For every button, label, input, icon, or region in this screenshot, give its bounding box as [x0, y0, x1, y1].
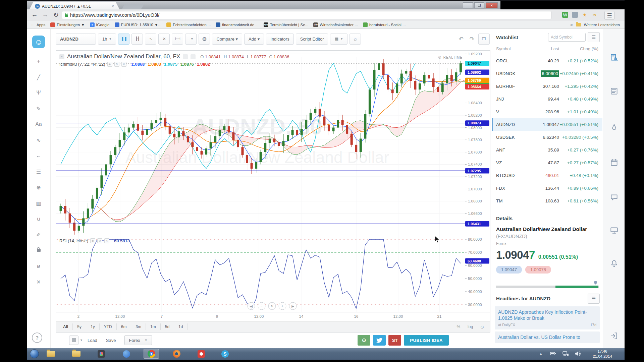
- save-button[interactable]: Save: [106, 338, 116, 343]
- watchlist-row[interactable]: JNJ99.44+0.48 (+0.49%): [492, 93, 602, 105]
- watchlist-row[interactable]: USDSEK6.62340+0.03280 (+0.5%): [492, 131, 602, 143]
- screenshare-icon[interactable]: [609, 225, 620, 236]
- bookmark-terminuebersicht[interactable]: GoTerminübersicht | Se...: [264, 22, 308, 27]
- start-button[interactable]: [30, 349, 39, 358]
- headline-link[interactable]: AUDNZD Approaches Key Inflection Point- …: [498, 309, 596, 321]
- percent-scale-button[interactable]: %: [453, 324, 464, 329]
- mail-extension-icon[interactable]: ✉: [591, 12, 597, 18]
- hide-drawings-icon[interactable]: ø: [34, 262, 43, 270]
- help-button[interactable]: ?: [32, 333, 42, 343]
- back-icon[interactable]: ←: [30, 10, 39, 19]
- load-button[interactable]: Load: [88, 338, 97, 343]
- chart-grid-button[interactable]: [69, 336, 78, 345]
- forward-icon[interactable]: →: [41, 10, 50, 19]
- bookmark-wirtschaftskalender[interactable]: invWirtschaftskalender ...: [313, 22, 358, 27]
- bookmark-apps[interactable]: ∷Apps: [30, 22, 45, 27]
- red-app-icon[interactable]: [194, 349, 209, 359]
- twitter-button[interactable]: [373, 335, 386, 346]
- watchlist-row[interactable]: BTCUSD490.01+0.48 (+0.1%): [492, 169, 602, 182]
- taskbar-clock[interactable]: 17:4621.04.2014: [584, 349, 621, 359]
- bookmark-berufstouri[interactable]: berufstouri - Social ...: [363, 22, 406, 27]
- snapshot-camera-button[interactable]: ⊙: [358, 335, 370, 346]
- line-icon[interactable]: ∿: [145, 34, 156, 45]
- bookmark-einstellungen[interactable]: Einstellungen ▼: [50, 22, 85, 27]
- explorer-icon[interactable]: [68, 349, 84, 359]
- range-1d[interactable]: 1d: [174, 323, 187, 330]
- chrome-icon[interactable]: [144, 349, 159, 359]
- zoom-in-icon[interactable]: ⊕: [34, 183, 43, 192]
- interval-button[interactable]: 1h▼: [98, 34, 116, 45]
- watchlist-row[interactable]: VZ47.87+0.27 (+0.57%): [492, 156, 602, 169]
- candles-icon[interactable]: ❚❚: [118, 34, 129, 45]
- refresh-icon[interactable]: ↻: [52, 10, 60, 19]
- session-clock-icon[interactable]: ⊙: [477, 324, 487, 329]
- redo-icon[interactable]: ↷: [468, 36, 476, 43]
- measure-icon[interactable]: ✐: [34, 230, 43, 239]
- forex-button[interactable]: Forex▼: [124, 335, 152, 345]
- fib-icon[interactable]: ☰: [34, 167, 43, 176]
- tray-expand-icon[interactable]: ▲: [539, 352, 542, 355]
- watchlist-row[interactable]: V208.96+1.01 (+0.49%): [492, 105, 602, 118]
- chevron-down-icon[interactable]: ▼: [80, 339, 83, 342]
- log-scale-button[interactable]: log: [464, 324, 476, 329]
- folder-library-icon[interactable]: [43, 349, 58, 359]
- watchlist-row[interactable]: ORCL40.29+0.21 (+0.52%): [492, 54, 602, 67]
- stocktwits-button[interactable]: ST: [388, 335, 401, 346]
- watchlist-row[interactable]: USDNOK6.00600+0.02450 (+0.41%): [492, 67, 602, 80]
- headlines-icon[interactable]: [609, 86, 620, 97]
- hl-icon[interactable]: ⊦⊣: [172, 34, 183, 45]
- watchlist-row[interactable]: ANF35.89+0.27 (+0.76%): [492, 143, 602, 156]
- firefox-icon[interactable]: [169, 349, 184, 359]
- calendar-icon[interactable]: [609, 157, 620, 168]
- publish-idea-button[interactable]: PUBLISH IDEA: [404, 335, 449, 346]
- watchlist-menu-icon[interactable]: ☰: [588, 32, 600, 42]
- extension-icon[interactable]: [572, 12, 578, 18]
- fullscreen-icon[interactable]: ❒: [478, 34, 490, 45]
- add-button[interactable]: Add ▾: [244, 34, 264, 45]
- window-close-button[interactable]: ✕: [486, 2, 498, 8]
- bookmark-eurusd[interactable]: EURUSD: 1.35910 ▼...: [115, 22, 162, 27]
- battery-icon[interactable]: [550, 351, 556, 358]
- blue-app-icon[interactable]: [119, 349, 134, 359]
- chart-style-menu-button[interactable]: ▼: [185, 34, 197, 45]
- headline-item[interactable]: Australian Dollar vs. US Dollar Prone to: [495, 331, 600, 343]
- range-5y[interactable]: 5y: [73, 323, 86, 330]
- new-tab-button[interactable]: [122, 4, 144, 9]
- magnet-icon[interactable]: ∪: [34, 215, 43, 223]
- range-5d[interactable]: 5d: [161, 323, 174, 330]
- signout-icon[interactable]: [609, 330, 620, 341]
- range-all[interactable]: All: [59, 323, 73, 330]
- symbol-button[interactable]: AUDNZD: [56, 34, 96, 45]
- more-bookmarks-label[interactable]: Weitere Lesezeichen: [584, 23, 620, 27]
- lock-icon[interactable]: [34, 246, 43, 255]
- bookmark-finanzmarktwelt[interactable]: finanzmarktwelt.de ...: [216, 22, 259, 27]
- compare-button[interactable]: Compare ▾: [212, 34, 242, 45]
- watchlist-row[interactable]: FDX136.44+0.89 (+0.66%): [492, 182, 602, 194]
- price-chart[interactable]: AUDNZD, 60Australian Dollar/New Zealand …: [56, 51, 490, 332]
- chart-properties-gear-icon[interactable]: ⚙: [199, 34, 210, 45]
- url-text[interactable]: https://www.tradingview.com/e/0DLyuO3l/: [70, 12, 159, 18]
- script-editorbutton[interactable]: Script Editor: [296, 34, 328, 45]
- range-ytd[interactable]: YTD: [100, 323, 117, 330]
- wot-extension-icon[interactable]: W: [562, 12, 568, 18]
- bookmarks-overflow-icon[interactable]: »: [571, 22, 573, 27]
- pattern-icon[interactable]: ∿: [34, 136, 43, 144]
- pitchfork-icon[interactable]: Ψ: [34, 88, 43, 97]
- range-3m[interactable]: 3m: [131, 323, 146, 330]
- screener-icon[interactable]: [609, 52, 620, 63]
- bars-icon[interactable]: ┠┨: [131, 34, 143, 45]
- remove-drawings-icon[interactable]: ✕: [34, 278, 43, 286]
- skype-icon[interactable]: S: [217, 349, 233, 359]
- layout-button[interactable]: ▦▼: [330, 34, 347, 45]
- tab-close-icon[interactable]: ×: [112, 4, 114, 9]
- chart-area[interactable]: AUDNZD, 60Australian Dollar/New Zealand …: [56, 50, 490, 333]
- chat-icon[interactable]: [609, 192, 620, 203]
- trendline-icon[interactable]: ╱: [34, 73, 43, 81]
- smiley-icon[interactable]: ☺: [32, 36, 45, 48]
- bookmark-igoogle[interactable]: 8iGoogle: [90, 22, 110, 27]
- add-symbol-input[interactable]: [548, 33, 586, 42]
- idea-bulb-icon[interactable]: ☼: [350, 34, 361, 45]
- bookmark-star-icon[interactable]: ★: [582, 12, 588, 18]
- hotlist-icon[interactable]: [609, 122, 620, 133]
- media-app-icon[interactable]: [94, 349, 109, 359]
